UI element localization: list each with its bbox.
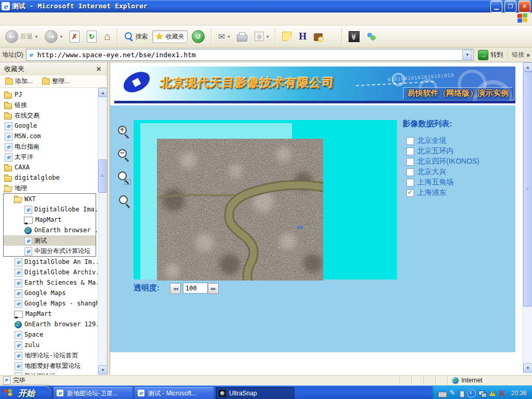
menu-item[interactable] [10,17,20,20]
layer-label[interactable]: 上海五角场 [417,178,454,187]
favorites-close-icon[interactable]: ✕ [95,65,103,73]
layer-checkbox[interactable] [406,189,414,197]
layer-label[interactable]: 北京大兴 [417,167,446,177]
mail-button[interactable]: ✉▾ [215,30,233,44]
scroll-up-icon[interactable]: ▲ [523,62,532,72]
favorite-item[interactable]: 测试 [3,235,96,246]
research-button[interactable] [311,30,326,43]
map-tool-button[interactable] [117,194,130,207]
scrollbar-thumb[interactable] [98,159,107,193]
forward-button[interactable]: →▾ [42,28,65,45]
links-label[interactable]: 链接 » [507,50,530,59]
menu-item[interactable] [1,17,10,20]
layer-checkbox[interactable] [406,158,414,166]
scroll-down-icon[interactable]: ▼ [523,363,532,373]
flashget-button[interactable]: ≫ [345,29,363,44]
opacity-input[interactable] [183,283,208,294]
favorite-item[interactable]: WXT [3,193,96,204]
layer-label[interactable]: 北京五环内 [417,147,454,156]
print-button[interactable] [234,30,250,44]
favorite-item[interactable]: DigitalGlobe Ima... [3,204,96,215]
favorites-scrollbar[interactable]: ▲ ▼ [98,88,107,375]
map-tool-button[interactable] [117,218,130,231]
favorite-item[interactable]: PJ [0,89,107,100]
layer-checkbox[interactable] [406,137,414,145]
tray-icon[interactable] [489,390,497,397]
map-tool-button[interactable]: − [117,149,130,162]
opacity-increase-button[interactable]: ▶▶ [208,283,219,294]
favorite-item[interactable]: OnEarth browser ... [3,225,96,235]
layer-label[interactable]: 上海浦东 [417,188,446,197]
menu-item[interactable] [29,17,38,20]
favorite-item[interactable]: Google Maps - shanghai [0,298,107,309]
close-button[interactable]: ✕ [518,1,530,12]
favorite-item[interactable]: 在线交易 [0,110,107,121]
favorite-item[interactable]: Google [0,121,107,131]
tray-icon[interactable] [478,390,486,397]
content-scrollbar[interactable]: ▲ ▼ [523,62,532,375]
favorite-item[interactable]: MSN.com [0,131,107,141]
favorite-item[interactable]: 地理 [0,183,107,193]
favorite-item[interactable]: MapMart [0,309,107,319]
favorite-item[interactable]: Google Maps [0,288,107,298]
favorite-item[interactable]: zulu [0,340,107,350]
discuss-button[interactable] [279,30,295,43]
hypersnap-button[interactable]: H [296,29,310,44]
map-tool-button[interactable] [117,171,130,184]
tray-icon[interactable] [499,390,507,397]
taskbar-task-button[interactable]: 新地图论坛-卫星... [54,387,132,399]
favorite-item[interactable]: MapMart [3,215,96,225]
favorite-item[interactable]: CAXA [0,162,107,172]
favorites-organize-button[interactable]: 整理... [42,77,70,86]
maximize-button[interactable]: ❐ [504,1,516,12]
address-dropdown-icon[interactable]: ▼ [462,50,472,60]
favorites-add-button[interactable]: 添加... [5,77,33,86]
search-button[interactable]: 搜索 [121,30,151,43]
go-button[interactable]: → 转到 [476,49,504,61]
scroll-down-icon[interactable]: ▼ [98,365,107,375]
favorite-item[interactable]: 电台指南 [0,141,107,152]
tray-icon[interactable] [460,391,464,397]
start-button[interactable]: 开始 [0,385,51,399]
menu-item[interactable] [20,17,29,20]
tray-icon[interactable] [438,392,447,397]
history-button[interactable]: ↺ [189,28,208,45]
favorite-item[interactable]: 太平洋 [0,152,107,162]
opacity-decrease-button[interactable]: ◀◀ [170,283,181,294]
favorite-item[interactable]: OnEarth browser 129... [0,319,107,329]
layer-checkbox[interactable] [406,168,414,176]
scrollbar-thumb[interactable] [523,72,532,307]
taskbar-task-button[interactable]: UltraSnap [216,387,295,399]
messenger-button[interactable] [364,30,379,43]
taskbar-task-button[interactable]: 测试 - Microsoft... [135,387,214,399]
layer-checkbox[interactable] [406,148,414,155]
favorite-item[interactable]: Earth Sciences & Ma... [0,277,107,288]
favorite-item[interactable]: 链接 [0,100,107,110]
favorite-item[interactable]: digitalglobe [0,172,107,183]
menu-item[interactable] [38,17,48,20]
favorite-item[interactable]: 新地图论坛 [0,371,107,375]
favorite-item[interactable]: 地图爱好者联盟论坛 [0,361,107,371]
layer-label[interactable]: 北京全境 [417,136,446,145]
favorite-item[interactable]: 地理论坛-论坛首页 [0,350,107,361]
tray-icon[interactable] [467,389,476,398]
layer-label[interactable]: 北京四环(IKONOS) [417,157,480,166]
edit-button[interactable]: ◎▾ [251,30,272,43]
scroll-up-icon[interactable]: ▲ [98,88,107,97]
map-tool-button[interactable]: + [117,125,130,139]
layer-checkbox[interactable] [406,179,414,187]
satellite-image[interactable] [157,139,323,281]
menu-item[interactable] [48,17,57,20]
stop-button[interactable]: ✗ [66,29,83,45]
tray-icon[interactable] [449,390,457,397]
favorite-item[interactable]: 中国分布式计算论坛 [3,246,96,257]
favorite-item[interactable]: DigitalGlobe Archiv... [0,267,107,277]
favorite-item[interactable]: Space [0,329,107,340]
refresh-button[interactable]: ↻ [84,29,100,45]
favorite-item[interactable]: DigitalGlobe An Im... [0,257,107,267]
back-button[interactable]: ← 后退▾ [2,28,41,45]
favorites-button[interactable]: ★ 收藏夹 [152,30,188,43]
address-input[interactable] [36,50,461,59]
home-button[interactable]: ⌂ [101,30,114,43]
minimize-button[interactable]: ▁ [490,1,502,12]
